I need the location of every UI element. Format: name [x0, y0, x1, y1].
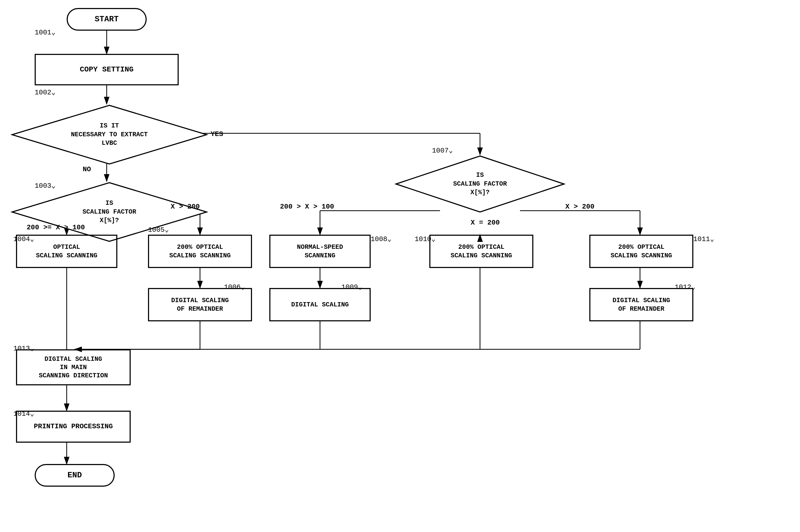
- step-1007: 1007⌄: [432, 146, 453, 155]
- x-gt-200-right-label: X > 200: [565, 203, 594, 211]
- n1009-node: DIGITAL SCALING: [269, 288, 371, 321]
- x-gt-200-left-label: X > 200: [171, 203, 200, 211]
- n1014-label: PRINTING PROCESSING: [34, 422, 113, 431]
- n1008-label: NORMAL-SPEEDSCANNING: [297, 243, 343, 260]
- diamond2-wrapper: ISSCALING FACTORX[%]?: [11, 181, 208, 243]
- n1006-label: DIGITAL SCALINGOF REMAINDER: [171, 296, 229, 313]
- step-1004: 1004⌄: [13, 235, 34, 243]
- n1012-node: DIGITAL SCALINGOF REMAINDER: [589, 288, 693, 321]
- n1011-label: 200% OPTICALSCALING SCANNING: [611, 243, 672, 260]
- step-1010: 1010⌄: [415, 235, 436, 243]
- diamond2: ISSCALING FACTORX[%]?: [11, 181, 208, 243]
- diamond1-wrapper: IS ITNECESSARY TO EXTRACTLVBC: [11, 104, 208, 165]
- step-1008: 1008⌄: [371, 235, 392, 243]
- n1006-node: DIGITAL SCALINGOF REMAINDER: [148, 288, 252, 321]
- diamond1: IS ITNECESSARY TO EXTRACTLVBC: [11, 104, 208, 165]
- diamond3: ISSCALING FACTORX[%]?: [395, 155, 565, 213]
- x-eq-200-label: X = 200: [471, 218, 500, 227]
- step-1011: 1011⌄: [693, 235, 714, 243]
- diamond3-text: ISSCALING FACTORX[%]?: [453, 171, 507, 197]
- n1005-node: 200% OPTICALSCALING SCANNING: [148, 235, 252, 268]
- x-200-gte-label: 200 >= X > 100: [27, 224, 85, 231]
- step-1002: 1002⌄: [35, 88, 55, 97]
- no-label: NO: [83, 165, 91, 173]
- diamond3-wrapper: ISSCALING FACTORX[%]?: [395, 155, 565, 213]
- step-1001: 1001⌄: [35, 28, 55, 37]
- n1004-label: OPTICALSCALING SCANNING: [36, 243, 97, 260]
- n1011-node: 200% OPTICALSCALING SCANNING: [589, 235, 693, 268]
- step-1009: 1009⌄: [341, 283, 362, 291]
- n1005-label: 200% OPTICALSCALING SCANNING: [169, 243, 231, 260]
- n1008-node: NORMAL-SPEEDSCANNING: [269, 235, 371, 268]
- x-mid-label: 200 > X > 100: [280, 203, 334, 211]
- n1014-node: PRINTING PROCESSING: [16, 411, 131, 443]
- n1012-label: DIGITAL SCALINGOF REMAINDER: [612, 296, 670, 313]
- copy-setting-node: COPY SETTING: [35, 54, 179, 86]
- copy-setting-label: COPY SETTING: [80, 65, 134, 74]
- start-node: START: [66, 8, 147, 31]
- end-node: END: [35, 464, 115, 487]
- end-label: END: [68, 470, 82, 480]
- yes-label: YES: [211, 130, 223, 138]
- start-label: START: [95, 14, 119, 24]
- n1010-label: 200% OPTICALSCALING SCANNING: [451, 243, 512, 260]
- n1013-node: DIGITAL SCALINGIN MAINSCANNING DIRECTION: [16, 349, 131, 385]
- n1013-label: DIGITAL SCALINGIN MAINSCANNING DIRECTION: [39, 355, 108, 380]
- n1010-node: 200% OPTICALSCALING SCANNING: [429, 235, 533, 268]
- step-1012: 1012⌄: [675, 283, 696, 291]
- n1009-label: DIGITAL SCALING: [291, 301, 349, 309]
- step-1005: 1005⌄: [148, 225, 169, 234]
- diamond2-text: ISSCALING FACTORX[%]?: [82, 199, 136, 225]
- flowchart-diagram: START 1001⌄ COPY SETTING 1002⌄ IS ITNECE…: [0, 0, 800, 532]
- diamond1-text: IS ITNECESSARY TO EXTRACTLVBC: [71, 121, 148, 148]
- step-1006: 1006⌄: [224, 283, 245, 291]
